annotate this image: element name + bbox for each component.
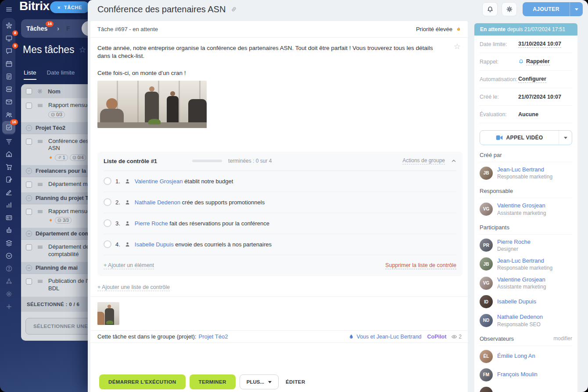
collapse-icon[interactable] xyxy=(26,195,32,201)
modify-observers-link[interactable]: modifier xyxy=(553,335,572,342)
more-chevron-icon[interactable] xyxy=(2,249,15,262)
drag-handle-icon[interactable] xyxy=(37,102,43,109)
tasks-icon[interactable]: 16 xyxy=(2,121,15,134)
tab-liste[interactable]: Liste xyxy=(24,69,36,80)
marketing-pen-icon[interactable] xyxy=(2,186,15,199)
reminder-link[interactable]: Rappeler xyxy=(526,58,550,65)
person-row[interactable]: FM François Moulin xyxy=(480,364,572,383)
favorite-star-icon[interactable]: ☆ xyxy=(454,42,461,52)
add-checklist-link[interactable]: + Ajouter une liste de contrôle xyxy=(97,284,170,291)
person-name-link[interactable]: Émilie Long An xyxy=(497,353,535,360)
item-checkbox[interactable] xyxy=(104,198,111,206)
documents-icon[interactable] xyxy=(2,70,15,83)
notifications-bell-button[interactable] xyxy=(482,2,498,16)
avatar[interactable]: FM xyxy=(480,368,493,381)
person-row[interactable]: JB Jean-Luc Bertrand Responsable marketi… xyxy=(480,162,572,181)
add-plus-icon[interactable] xyxy=(2,300,15,313)
network-icon[interactable] xyxy=(2,275,15,288)
drag-handle-icon[interactable] xyxy=(37,244,43,250)
drag-handle-icon[interactable] xyxy=(37,138,43,145)
avatar[interactable] xyxy=(480,387,493,392)
attachment-thumbnail[interactable] xyxy=(97,302,119,325)
assignee-link[interactable]: Valentine Grosjean xyxy=(135,178,183,185)
person-row[interactable]: ID Isabelle Dupuis xyxy=(480,291,572,310)
attached-photo[interactable] xyxy=(97,81,207,128)
person-row[interactable]: JB Jean-Luc Bertrand Responsable marketi… xyxy=(480,253,572,272)
crm-icon[interactable] xyxy=(2,135,15,148)
settings-gear-icon[interactable] xyxy=(2,288,15,300)
add-item-link[interactable]: + Ajouter un élément xyxy=(104,262,154,269)
more-button[interactable]: PLUS... xyxy=(240,374,279,389)
person-name-link[interactable]: Jean-Luc Bertrand xyxy=(497,166,552,173)
finish-button[interactable]: TERMINER xyxy=(190,374,236,389)
avatar[interactable]: VG xyxy=(480,277,493,290)
assignee-link[interactable]: Nathalie Dedenon xyxy=(135,199,180,206)
newsfeed-icon[interactable]: 8 xyxy=(2,32,15,45)
checklist-item[interactable]: 2. Nathalie Dedenon crée des supports pr… xyxy=(104,192,456,213)
close-icon[interactable]: × xyxy=(57,5,61,10)
person-name-link[interactable]: Valentine Grosjean xyxy=(497,276,546,283)
column-settings-gear-icon[interactable] xyxy=(37,88,43,94)
tab-date-limite[interactable]: Date limite xyxy=(47,69,75,80)
copilot-link[interactable]: CoPilot xyxy=(427,334,447,340)
automation-robot-icon[interactable] xyxy=(2,224,15,237)
help-icon[interactable] xyxy=(2,262,15,275)
add-button[interactable]: AJOUTER xyxy=(523,2,583,16)
person-row[interactable]: ND Nathalie Dedenon Responsable SEO xyxy=(480,310,572,328)
calendar-icon[interactable] xyxy=(2,57,15,70)
collapse-icon[interactable] xyxy=(26,168,32,174)
row-checkbox[interactable] xyxy=(26,182,32,188)
hamburger-menu-icon[interactable] xyxy=(2,3,15,16)
drag-handle-icon[interactable] xyxy=(37,208,43,215)
sales-cart-icon[interactable] xyxy=(2,160,15,173)
person-name-link[interactable]: Valentine Grosjean xyxy=(497,202,546,209)
collapse-chevron-icon[interactable] xyxy=(451,158,456,164)
avatar[interactable]: VG xyxy=(480,203,493,216)
drag-handle-icon[interactable] xyxy=(37,278,43,285)
company-icon[interactable] xyxy=(2,148,15,160)
checklist-item[interactable]: 4. Isabelle Dupuis envoie des courriels … xyxy=(104,234,456,255)
avatar[interactable]: ND xyxy=(480,314,493,327)
assignee-link[interactable]: Pierre Roche xyxy=(135,220,168,227)
person-name-link[interactable]: Nathalie Dedenon xyxy=(497,314,543,321)
delete-checklist-link[interactable]: Supprimer la liste de contrôle xyxy=(385,262,456,269)
edit-button[interactable]: ÉDITER xyxy=(286,379,305,385)
person-row[interactable]: VG Valentine Grosjean Assistante marketi… xyxy=(480,198,572,217)
collapse-icon[interactable] xyxy=(26,231,32,237)
item-checkbox[interactable] xyxy=(104,240,111,248)
person-name-link[interactable]: Jean-Luc Bertrand xyxy=(497,257,552,264)
task-title[interactable]: Rapport mensue xyxy=(48,208,90,214)
bitrix-logo-icon[interactable] xyxy=(2,19,15,32)
collapse-icon[interactable] xyxy=(26,265,32,271)
settings-gear-button[interactable] xyxy=(502,2,517,16)
row-checkbox[interactable] xyxy=(26,139,32,145)
row-checkbox[interactable] xyxy=(26,244,32,250)
drive-icon[interactable] xyxy=(2,83,15,96)
avatar[interactable]: JB xyxy=(480,257,493,271)
collapse-icon[interactable] xyxy=(26,125,32,131)
checklist-title[interactable]: Liste de contrôle #1 xyxy=(104,158,157,164)
deadline-value[interactable]: 31/10/2024 10:07 xyxy=(518,41,561,48)
project-group-link[interactable]: Projet Téo2 xyxy=(198,333,228,340)
row-checkbox[interactable] xyxy=(26,209,32,215)
person-row[interactable]: PR Pierre Roche Designer xyxy=(480,235,572,253)
avatar[interactable]: PR xyxy=(480,239,493,252)
mail-icon[interactable] xyxy=(2,96,15,108)
person-name-link[interactable]: Pierre Roche xyxy=(497,239,531,246)
start-execution-button[interactable]: DÉMARRER L'EXÉCUTION xyxy=(99,374,186,389)
task-tab-pill[interactable]: × TÂCHE xyxy=(50,1,90,13)
task-title[interactable]: Rapport mensue xyxy=(48,102,90,108)
person-row[interactable]: ÉL Émilie Long An xyxy=(480,346,572,364)
sign-document-icon[interactable] xyxy=(2,173,15,186)
person-row[interactable]: VG Valentine Grosjean Assistante marketi… xyxy=(480,272,572,291)
checklist-item[interactable]: 1. Valentine Grosjean établit notre budg… xyxy=(104,171,456,192)
checklist-item[interactable]: 3. Pierre Roche fait des réservations po… xyxy=(104,213,456,234)
video-call-button[interactable]: APPEL VIDÉO xyxy=(480,130,572,145)
row-checkbox[interactable] xyxy=(26,103,32,109)
tasks-menu[interactable]: Tâches16 xyxy=(26,25,47,32)
select-all-checkbox[interactable] xyxy=(26,88,32,94)
add-dropdown-toggle[interactable] xyxy=(570,2,583,16)
messenger-icon[interactable]: 9 xyxy=(2,45,15,57)
person-row[interactable] xyxy=(480,383,572,392)
avatar[interactable]: ID xyxy=(480,295,493,308)
